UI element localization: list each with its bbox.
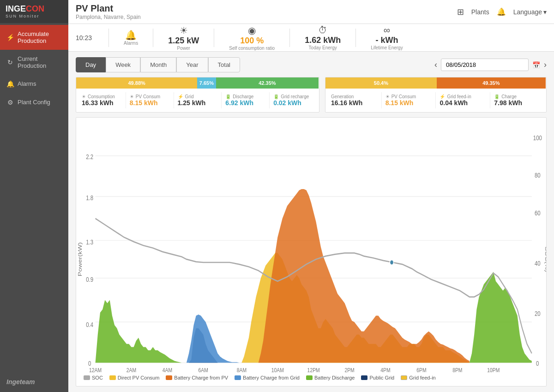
generation-cell: Generation 16.16 kWh	[327, 92, 382, 108]
divider	[214, 29, 214, 47]
topbar: PV Plant Pamplona, Navarre, Spain ⊞ Plan…	[68, 0, 554, 24]
gear-icon: ⚙	[6, 99, 14, 106]
tab-day[interactable]: Day	[76, 57, 106, 72]
legend-label-public-grid: Public Grid	[369, 375, 394, 380]
svg-text:100: 100	[533, 134, 542, 142]
grid-feedin-color	[401, 375, 407, 380]
alarms-label: Alarms	[124, 41, 138, 46]
generation-label: Generation	[331, 94, 378, 99]
sidebar-item-plantconfig[interactable]: ⚙ Plant Config	[0, 93, 68, 112]
battery-icon: 🔋	[225, 94, 231, 99]
public-grid-color	[361, 375, 367, 380]
plants-link[interactable]: Plants	[471, 8, 489, 16]
sidebar-item-current[interactable]: ↻ Current Production	[0, 50, 68, 75]
legend-public-grid: Public Grid	[361, 375, 394, 380]
svg-point-37	[390, 260, 393, 265]
tab-row: Day Week Month Year Total ‹ 📅 ›	[76, 57, 547, 72]
grid-icon: ⚡	[178, 94, 183, 99]
self-ratio-value: 100 %	[240, 36, 264, 46]
svg-text:Power(kW): Power(kW)	[77, 242, 83, 276]
next-date-button[interactable]: ›	[544, 60, 547, 70]
sidebar-item-label: Alarms	[18, 80, 36, 87]
pb-seg-green: 42.35%	[216, 77, 319, 89]
date-input[interactable]	[441, 59, 529, 71]
page-subtitle: Pamplona, Navarre, Spain	[76, 14, 452, 20]
lifetime-energy-label: Lifetime Energy	[371, 45, 403, 50]
grid-recharge-value: 0.02 kWh	[273, 99, 313, 107]
language-selector[interactable]: Language ▾	[513, 8, 547, 16]
charge-value: 7.98 kWh	[494, 99, 541, 107]
grid-feedin-value: 0.04 kWh	[440, 99, 486, 107]
sun-small-icon2: ☀	[130, 94, 134, 99]
right-pv-consum-value: 8.15 kWh	[385, 99, 432, 107]
pb-seg-blue: 7.65%	[197, 77, 216, 89]
grid-recharge-label: 🔋 Grid recharge	[273, 94, 313, 99]
topbar-right: ⊞ Plants 🔔 Language ▾	[457, 7, 547, 17]
lifetime-energy-stat: ∞ - kWh Lifetime Energy	[363, 25, 410, 50]
calendar-icon[interactable]: 📅	[532, 61, 540, 69]
legend-direct-pv: Direct PV Consum	[109, 375, 159, 380]
legend-batt-discharge: Battery Discharge	[306, 375, 355, 380]
grid-recharge-cell: 🔋 Grid recharge 0.02 kWh	[270, 92, 317, 108]
svg-text:4AM: 4AM	[163, 367, 172, 372]
chart-area: 0 0.4 0.9 1.3 1.8 2.2 Power(kW) 0 20 40 …	[76, 121, 546, 372]
left-stats-inner: ☀ Consumption 16.33 kWh ☀ PV Consum 8.15…	[76, 89, 319, 112]
main-area: PV Plant Pamplona, Navarre, Spain ⊞ Plan…	[68, 0, 554, 392]
self-ratio-stat: ◉ 100 % Self consumption ratio	[222, 25, 282, 51]
grid-feedin-label: ⚡ Grid feed-in	[440, 94, 486, 99]
legend-label-batt-discharge: Battery Discharge	[314, 375, 355, 380]
chart-svg: 0 0.4 0.9 1.3 1.8 2.2 Power(kW) 0 20 40 …	[76, 121, 546, 372]
discharge-cell: 🔋 Discharge 6.92 kWh	[222, 92, 270, 108]
sidebar-item-accumulate[interactable]: ⚡ Accumulate Production	[0, 25, 68, 50]
svg-marker-35	[259, 189, 470, 363]
tab-month[interactable]: Month	[140, 57, 176, 72]
legend-label-soc: SOC	[92, 375, 103, 380]
discharge-label: 🔋 Discharge	[225, 94, 265, 99]
legend-label-grid-feedin: Grid feed-in	[409, 375, 435, 380]
sidebar-nav: ⚡ Accumulate Production ↻ Current Produc…	[0, 23, 68, 372]
tab-year[interactable]: Year	[176, 57, 208, 72]
stats-bar: 10:23 🔔 Alarms ☀ 1.25 kW Power ◉ 100 % S…	[68, 24, 554, 52]
divider	[108, 29, 109, 47]
pb-seg-yellow: 49.88%	[76, 77, 197, 89]
pv-consum-value: 8.15 kWh	[130, 99, 170, 107]
divider	[289, 29, 290, 47]
pb-right-orange: 49.35%	[437, 77, 546, 89]
divider	[355, 29, 356, 47]
charge-label: 🔋 Charge	[494, 94, 541, 99]
power-stat: ☀ 1.25 kW Power	[161, 25, 206, 51]
soc-color	[84, 375, 90, 380]
grid-feedin-cell: ⚡ Grid feed-in 0.04 kWh	[436, 92, 490, 108]
svg-text:8AM: 8AM	[237, 367, 247, 372]
topbar-bell-icon[interactable]: 🔔	[497, 7, 506, 16]
lifetime-energy-value: - kWh	[375, 36, 398, 45]
sidebar-item-label: Plant Config	[18, 99, 50, 106]
svg-text:0: 0	[536, 360, 539, 368]
tab-week[interactable]: Week	[106, 57, 140, 72]
view-tabs: Day Week Month Year Total	[76, 57, 240, 72]
svg-text:4PM: 4PM	[380, 367, 390, 372]
date-navigator: ‹ 📅 ›	[434, 59, 547, 71]
battery-icon2: 🔋	[273, 94, 279, 99]
svg-text:80: 80	[535, 172, 541, 179]
generation-value: 16.16 kWh	[331, 99, 378, 107]
apps-icon[interactable]: ⊞	[457, 7, 464, 17]
bell-icon: 🔔	[6, 80, 14, 88]
page-title: PV Plant	[76, 3, 452, 14]
svg-text:1.3: 1.3	[86, 238, 93, 246]
svg-text:40: 40	[535, 259, 541, 267]
grid-icon2: ⚡	[440, 94, 445, 99]
stats-boxes: 49.88% 7.65% 42.35% ☀ Consumption 16.33 …	[76, 77, 547, 113]
legend-grid-feedin: Grid feed-in	[401, 375, 435, 380]
tab-total[interactable]: Total	[208, 57, 240, 72]
svg-text:0.9: 0.9	[86, 276, 93, 284]
sidebar-item-alarms[interactable]: 🔔 Alarms	[0, 75, 68, 93]
alarms-bell-icon: 🔔	[125, 30, 137, 41]
self-ratio-label: Self consumption ratio	[229, 46, 275, 51]
charge-cell: 🔋 Charge 7.98 kWh	[490, 92, 544, 108]
page-title-area: PV Plant Pamplona, Navarre, Spain	[76, 3, 452, 20]
right-pv-consum-cell: ☀ PV Consum 8.15 kWh	[382, 92, 436, 108]
chart-legend: SOC Direct PV Consum Battery Charge from…	[76, 372, 546, 383]
prev-date-button[interactable]: ‹	[434, 60, 437, 70]
grid-value: 1.25 kWh	[178, 99, 218, 107]
